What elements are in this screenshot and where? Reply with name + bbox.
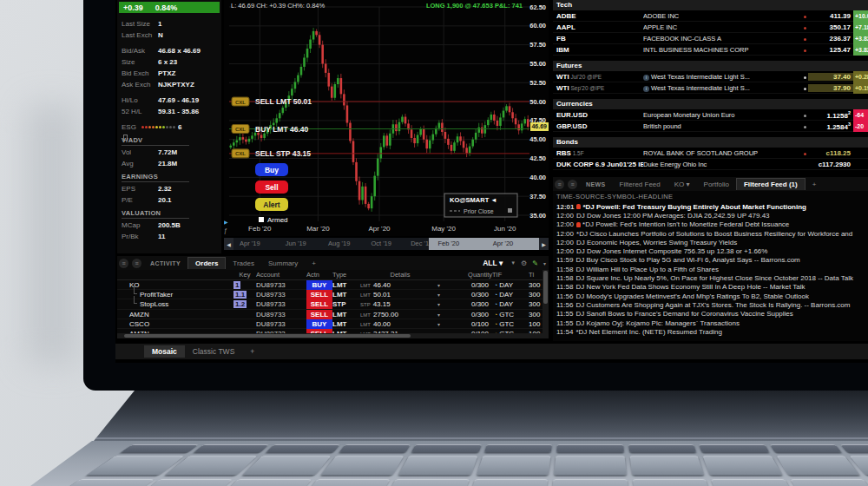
order-extra-clipped: 100 bbox=[529, 320, 541, 328]
panel-menu-icon[interactable]: ≡ bbox=[555, 180, 564, 189]
watchlist-section-bonds: Bonds bbox=[553, 137, 868, 148]
order-row[interactable]: KO1DU89733BUYLMTLMT46.40▾0/300◔DAY300 bbox=[117, 280, 549, 290]
timeline-left-arrow[interactable]: ◀ bbox=[224, 238, 233, 250]
chart-order-sell[interactable]: CXLSELL LMT 50.01 bbox=[232, 97, 312, 106]
watchlist-row[interactable]: FBFACEBOOK INC-CLASS A236.37+3.82 bbox=[553, 33, 868, 44]
watchlist-row[interactable]: RBS 1.5FROYAL BANK OF SCOTLAND GROUPc118… bbox=[553, 148, 868, 159]
quote-label: MCap bbox=[122, 220, 158, 231]
order-details[interactable]: LMT40.00▾ bbox=[357, 320, 444, 328]
workspace-tab-classic-tws[interactable]: Classic TWS bbox=[185, 345, 243, 358]
armed-checkbox[interactable]: Armed bbox=[259, 216, 288, 224]
tab-trades[interactable]: Trades bbox=[226, 258, 261, 269]
panel-menu-icon[interactable]: ≡ bbox=[568, 180, 577, 189]
chart-order-sell[interactable]: CXLSELL STP 43.15 bbox=[232, 149, 311, 158]
settings-gear-icon[interactable]: ⚙ bbox=[521, 259, 527, 267]
news-item[interactable]: 11:58DJ William Hill to Place Up to a Fi… bbox=[553, 265, 868, 273]
panel-menu-icon[interactable]: ≡ bbox=[132, 259, 141, 268]
order-row[interactable]: AMZNDU89733SELLLMTLMT2750.00▾0/300◔GTC30… bbox=[117, 310, 549, 319]
orders-filter-all[interactable]: ALL ▾ bbox=[483, 259, 503, 267]
tick-dot bbox=[801, 111, 808, 119]
filter-funnel-icon[interactable]: ▼ bbox=[510, 260, 516, 266]
orders-vertical-scrollbar[interactable] bbox=[542, 270, 549, 338]
news-item[interactable]: 11:59DJ Buy Cisco Stock to Play 5G and W… bbox=[553, 256, 868, 265]
watchlist-row[interactable]: WTI Jul'20 @IPEiWest Texas Intermediate … bbox=[553, 71, 868, 82]
edit-pencil-icon[interactable]: ✎ bbox=[532, 259, 538, 267]
order-details[interactable]: LMT46.40▾ bbox=[357, 281, 444, 289]
section-header: VALUATION bbox=[122, 209, 189, 219]
news-item[interactable]: 12:00DJ Dow Jones 12:00 PM Averages: DJI… bbox=[553, 211, 868, 220]
column-header-tif: TIF bbox=[492, 271, 529, 279]
order-action: BUY bbox=[306, 280, 332, 290]
watchlist-description: iWest Texas Intermediate Light S... bbox=[643, 73, 801, 81]
watchlist-row[interactable]: AAPLAPPLE INC350.17+7.18 bbox=[553, 22, 868, 33]
quote-label: Pr/Bk bbox=[122, 231, 158, 242]
order-details[interactable]: STP43.15▾ bbox=[357, 300, 444, 308]
news-item[interactable]: 11:55DJ Sanofi Bows to France's Demand f… bbox=[553, 310, 868, 319]
watchlist-change: +10.09 bbox=[853, 10, 868, 22]
candlestick-chart[interactable]: 62.5060.0057.5055.0052.5050.0047.5045.00… bbox=[224, 0, 549, 236]
quote-value: NJKPTXYZ bbox=[158, 79, 194, 90]
order-details[interactable]: LMT50.01▾ bbox=[357, 291, 444, 299]
workspace-tab-mosaic[interactable]: Mosaic bbox=[144, 345, 185, 358]
order-row[interactable]: CSCODU89733BUYLMTLMT40.00▾0/100◔GTC100 bbox=[117, 319, 549, 329]
news-item[interactable]: 12:00*DJ Cisco Launches Portfolio of Sol… bbox=[553, 229, 868, 238]
watchlist-row[interactable]: WTI Sep'20 @IPEiWest Texas Intermediate … bbox=[553, 82, 868, 94]
news-item[interactable]: 12:00DJ Dow Jones Internet Composite 756… bbox=[553, 246, 868, 255]
chart-canvas[interactable]: 62.5060.0057.5055.0052.5050.0047.5045.00… bbox=[224, 0, 549, 236]
watchlist-symbol: AAPL bbox=[553, 23, 643, 31]
panel-menu-icon[interactable]: ≡ bbox=[119, 259, 128, 268]
news-item[interactable]: 12:00DJ Economic Hopes, Worries Swing Tr… bbox=[553, 238, 868, 246]
news-tab-filtered-feed[interactable]: Filtered Feed bbox=[613, 179, 667, 190]
news-item[interactable]: 12:00*DJ Powell: Fed's Intention Isn't t… bbox=[553, 220, 868, 229]
tab-summary[interactable]: Summary bbox=[261, 258, 305, 269]
timeline-right-arrow[interactable]: ▶ bbox=[539, 238, 549, 250]
tick-dot bbox=[801, 35, 808, 43]
tick-dot bbox=[801, 46, 808, 54]
esg-rating-meter bbox=[141, 122, 175, 133]
order-action: SELL bbox=[306, 299, 332, 309]
chart-tool-play-icon[interactable]: ▶ bbox=[224, 220, 228, 225]
watchlist-row[interactable]: IBMINTL BUSINESS MACHINES CORP125.47+3.8… bbox=[553, 44, 868, 56]
chart-quote-info: L: 46.69 CH: +0.39 CH%: 0.84% bbox=[231, 2, 326, 10]
order-details[interactable]: LMT2750.00▾ bbox=[357, 311, 444, 319]
news-item[interactable]: 11:58DJ Square Inc. Up Nearly 5%, On Pac… bbox=[553, 273, 868, 282]
watchlist-change: +7.18 bbox=[853, 22, 868, 33]
news-item[interactable]: 12:01*DJ Powell: Fed Treasury Buying Ent… bbox=[553, 202, 868, 211]
order-row[interactable]: StopLoss1.2DU89733SELLSTPSTP43.15▾0/300◔… bbox=[117, 299, 549, 309]
chart-tool-draw-icon[interactable]: ƒ bbox=[224, 227, 227, 234]
chart-order-buy[interactable]: CXLBUY LMT 46.40 bbox=[232, 125, 309, 134]
news-tab-portfolio[interactable]: Portfolio bbox=[697, 179, 736, 190]
cxl-button-label: CXL bbox=[235, 127, 246, 132]
news-item[interactable]: 11:56DJ Customers Are Shopping Again at … bbox=[553, 300, 868, 309]
workspace-tab--[interactable]: + bbox=[242, 345, 262, 358]
news-tab-ko[interactable]: KO ▾ bbox=[667, 179, 697, 190]
news-tab-filtered-feed-1-[interactable]: Filtered Feed (1) bbox=[736, 178, 806, 190]
sell-button[interactable]: Sell bbox=[255, 181, 288, 194]
news-tab--[interactable]: + bbox=[806, 179, 824, 190]
timeline-track[interactable]: Apr '19Jun '19Aug '19Oct '19Dec '19Feb '… bbox=[233, 238, 539, 250]
chart-timeline-scrollbar[interactable]: ◀ Apr '19Jun '19Aug '19Oct '19Dec '19Feb… bbox=[224, 238, 549, 250]
timeline-visible-range[interactable]: Feb '20Apr '20 bbox=[429, 238, 539, 250]
news-tab-news[interactable]: NEWS bbox=[579, 180, 613, 189]
news-item[interactable]: 11:56DJ Moody's Upgrades Metinvest's And… bbox=[553, 292, 868, 300]
order-row[interactable]: ProfitTaker1.1DU89733SELLLMTLMT50.01▾0/3… bbox=[117, 290, 549, 299]
orders-horizontal-scrollbar[interactable] bbox=[117, 333, 542, 338]
watchlist-row[interactable]: GBP.USDBritish pound1.25843-20 bbox=[553, 121, 868, 132]
alert-button[interactable]: Alert bbox=[255, 198, 288, 211]
news-item[interactable]: 11:58DJ New York Fed Data Shows Economy … bbox=[553, 283, 868, 292]
timeline-label: Jun '19 bbox=[286, 240, 306, 247]
news-item[interactable]: 11:54*DJ Net Element Inc. (NETE) Resumed… bbox=[553, 327, 868, 336]
buy-button[interactable]: Buy bbox=[255, 163, 288, 176]
info-icon: i bbox=[643, 86, 649, 92]
tab-orders[interactable]: Orders bbox=[187, 257, 226, 269]
watchlist-row[interactable]: ADBEADOBE INC411.39+10.09 bbox=[553, 10, 868, 22]
more-caret-icon[interactable]: ▾ bbox=[543, 260, 546, 266]
keyboard-key bbox=[777, 456, 860, 475]
alert-bell-icon bbox=[576, 204, 581, 209]
news-item[interactable]: 11:55DJ Kojamo Oyj: Kojamo Plc: Managers… bbox=[553, 319, 868, 327]
keyboard-key bbox=[790, 479, 868, 486]
tab--[interactable]: + bbox=[305, 258, 323, 269]
watchlist-row[interactable]: EUR.USDEuropean Monetary Union Euro1.125… bbox=[553, 109, 868, 121]
tab-activity[interactable]: ACTIVITY bbox=[143, 259, 187, 268]
watchlist-row[interactable]: DUK CORP 6.9 Jun01'25 IBCID...Duke Energ… bbox=[553, 159, 868, 170]
